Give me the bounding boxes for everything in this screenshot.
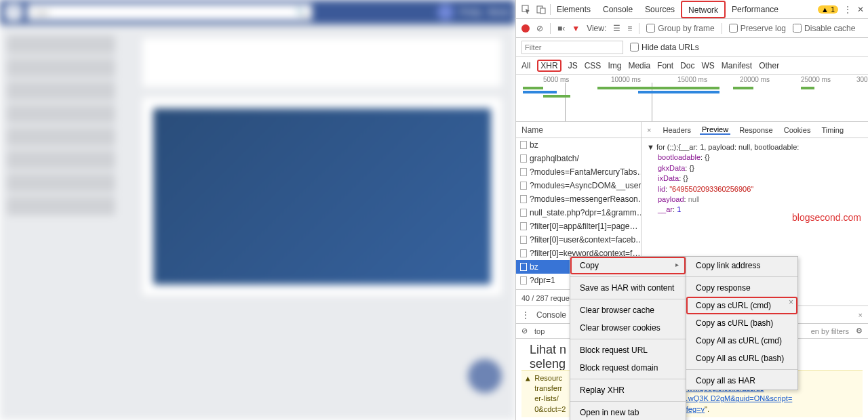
svg-rect-2	[540, 8, 545, 14]
settings-icon[interactable]: ⚙	[856, 327, 863, 335]
document-icon	[520, 236, 527, 244]
type-xhr[interactable]: XHR	[537, 60, 561, 72]
request-name: ?modules=AsyncDOM&__user…	[530, 179, 641, 192]
close-detail-icon[interactable]: ×	[644, 126, 654, 134]
copy-all-har[interactable]: Copy all as HAR	[686, 372, 797, 390]
ctx-block-url[interactable]: Block request URL	[570, 341, 686, 359]
request-name: ?modules=FantaMercuryTabs…	[530, 165, 641, 179]
type-ws[interactable]: WS	[701, 61, 714, 70]
view-small-icon[interactable]: ≡	[627, 24, 632, 33]
close-icon[interactable]: ✕	[857, 5, 864, 14]
inspect-icon[interactable]	[520, 3, 532, 16]
detail-tab-timing[interactable]: Timing	[819, 126, 846, 134]
copy-link-address[interactable]: Copy link address	[686, 257, 797, 274]
chat-bubble-icon[interactable]	[468, 359, 502, 393]
request-name: bz	[530, 260, 538, 274]
record-icon[interactable]	[521, 24, 530, 33]
type-js[interactable]: JS	[568, 61, 578, 70]
detail-tab-headers[interactable]: Headers	[660, 126, 693, 134]
group-by-frame-checkbox[interactable]: Group by frame	[646, 24, 714, 33]
type-all[interactable]: All	[521, 61, 530, 70]
request-name: ?dpr=1	[530, 274, 555, 287]
filter-row: Hide data URLs	[516, 38, 868, 57]
ctx-copy[interactable]: Copy	[570, 257, 686, 274]
hide-data-urls-checkbox[interactable]: Hide data URLs	[630, 43, 699, 52]
request-row[interactable]: ?modules=messengerReason…	[516, 192, 641, 206]
request-name: ?modules=messengerReason…	[530, 192, 641, 206]
console-menu-icon[interactable]: ⋮	[521, 310, 530, 320]
ctx-replay-xhr[interactable]: Replay XHR	[570, 381, 686, 399]
nav-home[interactable]: Beran	[488, 7, 510, 17]
preserve-log-checkbox[interactable]: Preserve log	[729, 24, 786, 33]
ctx-clear-cache[interactable]: Clear browser cache	[570, 301, 686, 319]
document-icon	[520, 141, 527, 149]
submenu-x-icon[interactable]: ×	[789, 297, 793, 307]
search-placeholder: Cari	[33, 7, 49, 18]
request-row[interactable]: null_state.php?dpr=1&gramm…	[516, 206, 641, 219]
type-doc[interactable]: Doc	[680, 61, 694, 70]
watermark: blogsecond.com	[792, 211, 861, 225]
fb-topbar: f Cari 🔍 Proby Beran	[0, 0, 515, 24]
ctx-clear-cookies[interactable]: Clear browser cookies	[570, 319, 686, 337]
tab-performance[interactable]: Performance	[726, 0, 785, 19]
request-row[interactable]: ?filter[0]=app&filter[1]=page…	[516, 219, 641, 233]
tab-network[interactable]: Network	[681, 1, 726, 18]
warning-badge[interactable]: ▲ 1	[818, 5, 838, 14]
copy-response[interactable]: Copy response	[686, 279, 797, 297]
clear-icon[interactable]: ⊘	[536, 24, 543, 33]
tab-console[interactable]: Console	[597, 0, 639, 19]
fb-sidebar	[0, 24, 122, 226]
request-row[interactable]: bz	[516, 138, 641, 152]
type-media[interactable]: Media	[628, 61, 650, 70]
type-css[interactable]: CSS	[585, 61, 601, 70]
copy-curl-cmd[interactable]: Copy as cURL (cmd)	[686, 297, 797, 314]
facebook-page: f Cari 🔍 Proby Beran	[0, 0, 515, 420]
request-row[interactable]: ?modules=AsyncDOM&__user…	[516, 179, 641, 192]
request-row[interactable]: ?filter[0]=user&context=faceb…	[516, 233, 641, 247]
type-other[interactable]: Other	[759, 61, 779, 70]
document-icon	[520, 263, 527, 271]
type-img[interactable]: Img	[608, 61, 621, 70]
filter-icon[interactable]: ▼	[572, 24, 580, 33]
ctx-save-har[interactable]: Save as HAR with content	[570, 279, 686, 297]
device-icon[interactable]	[535, 3, 547, 16]
ctx-block-domain[interactable]: Block request domain	[570, 359, 686, 377]
view-large-icon[interactable]: ☰	[613, 24, 620, 33]
request-row[interactable]: graphqlbatch/	[516, 152, 641, 165]
tab-elements[interactable]: Elements	[551, 0, 597, 19]
request-list-header[interactable]: Name	[516, 122, 641, 138]
console-label[interactable]: Console	[536, 310, 566, 320]
tab-sources[interactable]: Sources	[639, 0, 681, 19]
detail-tab-response[interactable]: Response	[737, 126, 775, 134]
more-icon[interactable]: ⋮	[844, 5, 852, 14]
type-manifest[interactable]: Manifest	[722, 61, 752, 70]
document-icon	[520, 276, 527, 285]
type-font[interactable]: Font	[657, 61, 673, 70]
console-context[interactable]: top	[534, 327, 545, 335]
copy-curl-bash[interactable]: Copy as cURL (bash)	[686, 314, 797, 332]
clear-console-icon[interactable]: ⊘	[521, 327, 528, 335]
request-name: bz	[530, 138, 538, 152]
ctx-open-new-tab[interactable]: Open in new tab	[570, 404, 686, 420]
close-drawer-icon[interactable]: ×	[859, 311, 863, 319]
capture-icon[interactable]: ■‹	[557, 24, 565, 33]
disable-cache-checkbox[interactable]: Disable cache	[793, 24, 855, 33]
filter-input[interactable]	[521, 41, 623, 54]
document-icon	[520, 222, 527, 230]
network-timeline[interactable]: 5000 ms 10000 ms 15000 ms 20000 ms 25000…	[516, 75, 868, 122]
detail-tab-preview[interactable]: Preview	[700, 125, 730, 135]
copy-all-curl-bash[interactable]: Copy All as cURL (bash)	[686, 350, 797, 367]
copy-all-curl-cmd[interactable]: Copy All as cURL (cmd)	[686, 332, 797, 350]
request-row[interactable]: ?modules=FantaMercuryTabs…	[516, 165, 641, 179]
document-icon	[520, 249, 527, 257]
detail-tab-cookies[interactable]: Cookies	[782, 126, 813, 134]
copy-submenu: Copy link address Copy response Copy as …	[686, 256, 798, 390]
document-icon	[520, 168, 527, 176]
avatar[interactable]	[437, 4, 454, 20]
fb-search-input[interactable]: Cari 🔍	[27, 4, 312, 20]
profile-name[interactable]: Proby	[460, 7, 481, 17]
view-label: View:	[587, 24, 606, 33]
fb-logo-icon[interactable]: f	[5, 4, 22, 20]
search-icon[interactable]: 🔍	[296, 7, 307, 18]
document-icon	[520, 209, 527, 217]
